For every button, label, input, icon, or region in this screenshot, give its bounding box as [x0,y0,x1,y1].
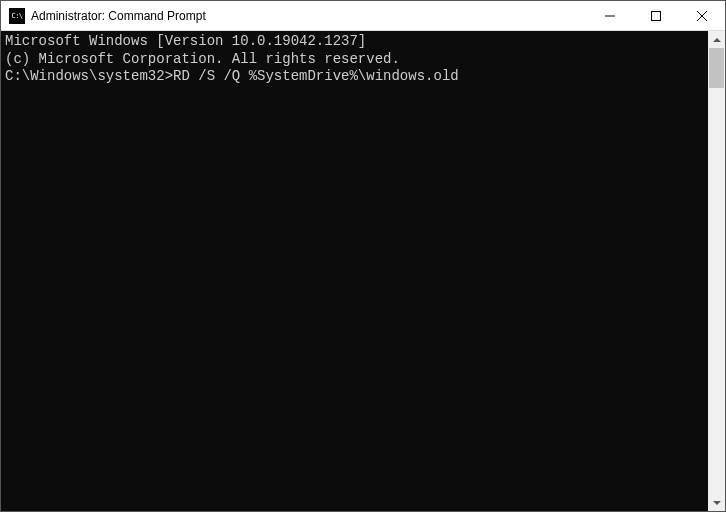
chevron-up-icon [713,38,721,42]
window-controls [587,1,725,30]
output-line: Microsoft Windows [Version 10.0.19042.12… [5,33,704,51]
terminal-area: Microsoft Windows [Version 10.0.19042.12… [1,31,725,511]
svg-marker-5 [713,501,721,505]
terminal-output[interactable]: Microsoft Windows [Version 10.0.19042.12… [1,31,708,511]
minimize-button[interactable] [587,1,633,30]
prompt-line: C:\Windows\system32>RD /S /Q %SystemDriv… [5,68,704,86]
svg-marker-4 [713,38,721,42]
titlebar[interactable]: Administrator: Command Prompt [1,1,725,31]
scrollbar-track[interactable] [708,48,725,494]
svg-rect-1 [652,11,661,20]
maximize-icon [651,11,661,21]
scroll-up-button[interactable] [708,31,725,48]
close-icon [697,11,707,21]
output-line: (c) Microsoft Corporation. All rights re… [5,51,704,69]
command-prompt-window: Administrator: Command Prompt Microsoft … [0,0,726,512]
minimize-icon [605,11,615,21]
scrollbar-thumb[interactable] [709,48,724,88]
chevron-down-icon [713,501,721,505]
cmd-icon [9,8,25,24]
scroll-down-button[interactable] [708,494,725,511]
maximize-button[interactable] [633,1,679,30]
close-button[interactable] [679,1,725,30]
prompt-path: C:\Windows\system32> [5,68,173,84]
window-title: Administrator: Command Prompt [31,9,587,23]
vertical-scrollbar[interactable] [708,31,725,511]
command-text: RD /S /Q %SystemDrive%\windows.old [173,68,459,84]
